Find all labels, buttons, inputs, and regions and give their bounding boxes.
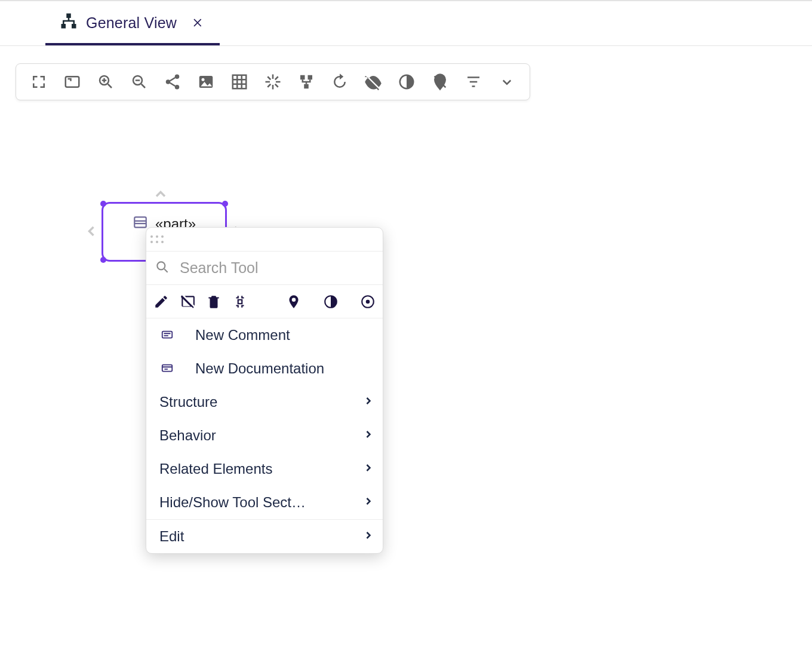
svg-point-8 <box>175 85 180 90</box>
menu-label: Behavior <box>159 427 362 444</box>
context-tool-panel: New Comment New Documentation Structure … <box>146 227 383 554</box>
contrast-icon[interactable] <box>323 293 339 311</box>
menu-label: New Documentation <box>183 360 374 377</box>
menu-behavior[interactable]: Behavior <box>146 419 383 452</box>
fit-to-screen-icon[interactable] <box>56 65 89 99</box>
resize-handle[interactable] <box>100 257 106 263</box>
chevron-right-icon <box>362 461 374 477</box>
drag-handle[interactable] <box>146 228 383 252</box>
tab-title: General View <box>86 14 177 32</box>
share-icon[interactable] <box>156 65 189 99</box>
snap-icon[interactable] <box>256 65 290 99</box>
resize-handle[interactable] <box>100 201 106 207</box>
svg-rect-12 <box>308 75 313 80</box>
image-off-icon[interactable] <box>180 293 195 311</box>
svg-rect-13 <box>304 84 309 89</box>
location-icon[interactable] <box>286 293 302 311</box>
search-icon <box>155 259 170 277</box>
svg-rect-20 <box>162 332 173 338</box>
search-row <box>146 252 383 285</box>
menu-label: Edit <box>159 528 362 545</box>
chevron-right-icon <box>362 394 374 410</box>
tab-bar: General View <box>0 1 812 46</box>
hierarchy-icon <box>60 12 78 33</box>
menu-structure[interactable]: Structure <box>146 385 383 419</box>
record-icon[interactable] <box>360 293 376 311</box>
context-menu: New Comment New Documentation Structure … <box>146 318 383 553</box>
resize-handle[interactable] <box>222 201 228 207</box>
svg-point-16 <box>157 262 165 269</box>
zoom-in-icon[interactable] <box>89 65 122 99</box>
svg-rect-21 <box>162 365 173 372</box>
svg-rect-11 <box>300 75 305 80</box>
quick-actions <box>146 285 383 318</box>
contrast-icon[interactable] <box>390 65 423 99</box>
svg-point-7 <box>166 79 171 84</box>
chevron-up-icon[interactable] <box>150 184 171 204</box>
redo-icon[interactable] <box>323 65 356 99</box>
zoom-out-icon[interactable] <box>122 65 156 99</box>
tree-icon[interactable] <box>290 65 323 99</box>
menu-label: Related Elements <box>159 461 362 477</box>
chevron-down-icon[interactable] <box>490 65 524 99</box>
image-icon[interactable] <box>189 65 223 99</box>
menu-label: New Comment <box>183 327 374 344</box>
svg-rect-0 <box>66 14 71 19</box>
collapse-icon[interactable] <box>232 293 248 311</box>
menu-related-elements[interactable]: Related Elements <box>146 452 383 486</box>
menu-label: Structure <box>159 394 362 410</box>
edit-icon[interactable] <box>153 293 169 311</box>
menu-label: Hide/Show Tool Sect… <box>159 494 362 511</box>
close-icon[interactable] <box>191 16 205 30</box>
tab-general-view[interactable]: General View <box>45 2 220 45</box>
svg-point-10 <box>202 78 205 81</box>
svg-rect-2 <box>72 24 76 29</box>
search-input[interactable] <box>179 259 374 277</box>
menu-edit[interactable]: Edit <box>146 520 383 553</box>
comment-icon <box>159 329 183 342</box>
location-off-icon[interactable] <box>423 65 457 99</box>
documentation-icon <box>159 362 183 375</box>
filter-icon[interactable] <box>457 65 490 99</box>
fullscreen-icon[interactable] <box>22 65 56 99</box>
diagram-toolbar <box>16 63 530 100</box>
chevron-left-icon[interactable] <box>81 221 102 241</box>
svg-point-19 <box>366 299 370 303</box>
menu-hide-show-sections[interactable]: Hide/Show Tool Sect… <box>146 486 383 519</box>
chevron-right-icon <box>362 494 374 511</box>
svg-rect-15 <box>134 217 146 227</box>
delete-icon[interactable] <box>206 293 222 311</box>
grip-icon <box>150 234 164 245</box>
menu-new-documentation[interactable]: New Documentation <box>146 352 383 385</box>
menu-new-comment[interactable]: New Comment <box>146 318 383 352</box>
chevron-right-icon <box>362 427 374 444</box>
svg-rect-3 <box>66 76 79 87</box>
visibility-off-icon[interactable] <box>356 65 390 99</box>
svg-rect-1 <box>61 24 66 29</box>
grid-icon[interactable] <box>223 65 256 99</box>
svg-point-6 <box>175 75 180 79</box>
chevron-right-icon <box>362 528 374 545</box>
